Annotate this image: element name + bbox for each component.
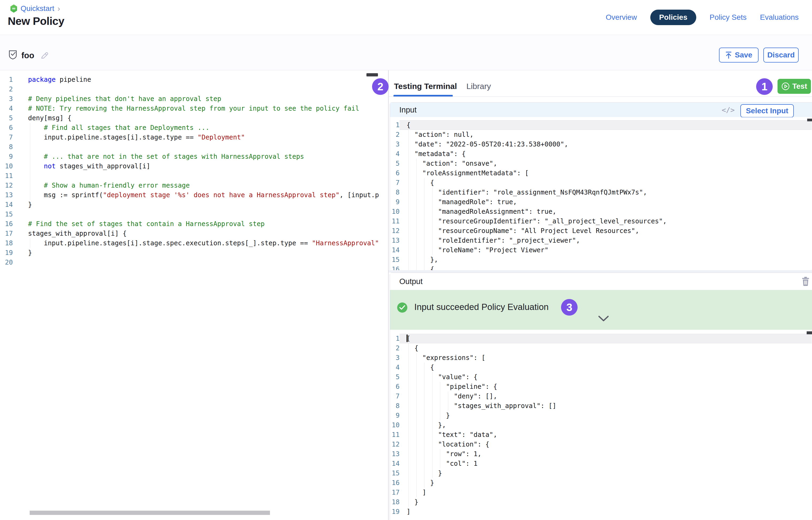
code-line[interactable]: 10 }, [390, 420, 812, 430]
code-line[interactable]: 19} [0, 248, 388, 258]
line-number: 4 [390, 363, 400, 372]
code-line[interactable]: 2 { [390, 343, 812, 353]
code-line[interactable]: 15 }, [390, 255, 812, 264]
trash-icon[interactable] [802, 277, 809, 287]
line-number: 15 [0, 209, 13, 219]
code-line[interactable]: 17 ] [390, 488, 812, 497]
code-line[interactable]: 17stages_with_approval[i] { [0, 229, 388, 238]
code-line[interactable]: 7 "deny": [], [390, 391, 812, 401]
save-button[interactable]: Save [719, 48, 759, 62]
code-line[interactable]: 15 } [390, 468, 812, 478]
code-line[interactable]: 5 "action": "onsave", [390, 159, 812, 168]
line-number: 11 [390, 216, 400, 226]
code-line-content: input.pipeline.stages[i].stage.type == "… [13, 133, 388, 142]
code-line[interactable]: 14 "col": 1 [390, 459, 812, 468]
top-nav: Overview Policies Policy Sets Evaluation… [606, 0, 798, 35]
line-number: 12 [390, 226, 400, 236]
code-line[interactable]: 9 # ... that are not in the set of stage… [0, 152, 388, 161]
code-line[interactable]: 10 not stages_with_approval[i] [0, 161, 388, 171]
breadcrumb-project-link[interactable]: Quickstart [21, 4, 54, 13]
code-line[interactable]: 5deny[msg] { [0, 113, 388, 123]
line-number: 10 [390, 207, 400, 216]
code-line[interactable]: 12 "resourceGroupName": "All Project Lev… [390, 226, 812, 236]
input-json-editor[interactable]: 1{2 "action": null,3 "date": "2022-05-05… [390, 117, 812, 273]
code-line[interactable]: 9 "managedRole": true, [390, 197, 812, 207]
code-line[interactable]: 12 # Show a human-friendly error message [0, 181, 388, 190]
input-scrollbar-thumb[interactable] [807, 119, 812, 121]
code-line[interactable]: 3 "date": "2022-05-05T20:41:23.538+0000"… [390, 139, 812, 149]
code-line[interactable]: 4 "metadata": { [390, 149, 812, 159]
policy-code-editor[interactable]: 1package pipeline23# Deny pipelines that… [0, 70, 388, 513]
code-line[interactable]: 10 "managedRoleAssignment": true, [390, 207, 812, 216]
tab-library[interactable]: Library [466, 82, 491, 91]
code-line[interactable]: 7 { [390, 178, 812, 188]
line-number: 12 [0, 181, 13, 190]
output-json-editor[interactable]: 1[2 {3 "expressions": [4 {5 "value": {6 … [390, 331, 812, 520]
code-line[interactable]: 5 "value": { [390, 372, 812, 382]
output-scrollbar-thumb[interactable] [807, 331, 812, 334]
code-line-content: } [400, 468, 812, 478]
code-line-content: "text": "data", [400, 430, 812, 440]
code-line[interactable]: 13 msg := sprintf("deployment stage '%s'… [0, 190, 388, 200]
code-line[interactable]: 11 [0, 171, 388, 181]
code-line[interactable]: 7 input.pipeline.stages[i].stage.type ==… [0, 133, 388, 142]
code-line-content: "identifier": "role_assignment_NsFQM43Rq… [400, 188, 812, 197]
discard-label: Discard [767, 51, 795, 59]
line-number: 17 [390, 488, 400, 497]
code-line[interactable]: 11 "resourceGroupIdentifier": "_all_proj… [390, 216, 812, 226]
nav-tab-policy-sets[interactable]: Policy Sets [710, 13, 747, 22]
chevron-down-icon[interactable] [598, 315, 609, 323]
edit-pencil-icon[interactable] [40, 51, 49, 61]
code-line-content: } [13, 200, 388, 209]
test-button[interactable]: Test [778, 79, 811, 94]
code-line[interactable]: 11 "text": "data", [390, 430, 812, 440]
code-line[interactable]: 8 "identifier": "role_assignment_NsFQM43… [390, 188, 812, 197]
code-line[interactable]: 9 } [390, 411, 812, 420]
code-line-content: "row": 1, [400, 449, 812, 459]
code-line[interactable]: 2 [0, 84, 388, 94]
nav-tab-evaluations[interactable]: Evaluations [760, 13, 798, 22]
code-line[interactable]: 15 [0, 209, 388, 219]
code-line[interactable]: 12 "location": { [390, 440, 812, 449]
code-line[interactable]: 19] [390, 507, 812, 517]
code-line[interactable]: 16# Find the set of stages that contain … [0, 219, 388, 229]
line-number: 7 [390, 178, 400, 188]
select-input-button[interactable]: Select Input [740, 104, 794, 118]
code-line[interactable]: 13 "row": 1, [390, 449, 812, 459]
line-number: 1 [390, 334, 400, 343]
code-line-content: stages_with_approval[i] { [13, 229, 388, 238]
policy-name: foo [21, 51, 34, 60]
code-line[interactable]: 1[ [390, 334, 812, 343]
discard-button[interactable]: Discard [763, 48, 798, 62]
code-line[interactable]: 18 input.pipeline.stages[i].stage.spec.e… [0, 238, 388, 248]
code-line[interactable]: 16 } [390, 478, 812, 488]
editor-horizontal-scrollbar[interactable] [30, 511, 270, 515]
code-line[interactable]: 8 [0, 142, 388, 152]
code-line[interactable]: 20 [0, 258, 388, 267]
pane-divider[interactable] [388, 70, 389, 520]
line-number: 8 [390, 188, 400, 197]
code-line[interactable]: 3# Deny pipelines that don't have an app… [0, 94, 388, 104]
line-number: 1 [390, 120, 400, 130]
code-line[interactable]: 8 "stages_with_approval": [] [390, 401, 812, 411]
code-line[interactable]: 1{ [390, 120, 812, 130]
code-line[interactable]: 4 { [390, 363, 812, 372]
code-line[interactable]: 6 "roleAssignmentMetadata": [ [390, 168, 812, 178]
code-line[interactable]: 14} [0, 200, 388, 209]
code-view-icon[interactable]: </> [722, 106, 735, 114]
code-line-content: }, [400, 255, 812, 264]
code-line[interactable]: 14 "roleName": "Project Viewer" [390, 245, 812, 255]
code-line[interactable]: 6 "pipeline": { [390, 382, 812, 391]
tab-testing-terminal[interactable]: Testing Terminal [394, 82, 457, 91]
editor-scrollbar-thumb[interactable] [366, 73, 378, 76]
code-line[interactable]: 3 "expressions": [ [390, 353, 812, 363]
code-line-content: } [400, 411, 812, 420]
nav-tab-policies[interactable]: Policies [650, 9, 696, 25]
code-line[interactable]: 2 "action": null, [390, 130, 812, 139]
nav-tab-overview[interactable]: Overview [606, 13, 637, 22]
code-line[interactable]: 4# NOTE: Try removing the HarnessApprova… [0, 104, 388, 113]
code-line[interactable]: 13 "roleIdentifier": "_project_viewer", [390, 236, 812, 245]
code-line[interactable]: 18 } [390, 497, 812, 507]
code-line[interactable]: 1package pipeline [0, 75, 388, 84]
code-line[interactable]: 6 # Find all stages that are Deployments… [0, 123, 388, 133]
